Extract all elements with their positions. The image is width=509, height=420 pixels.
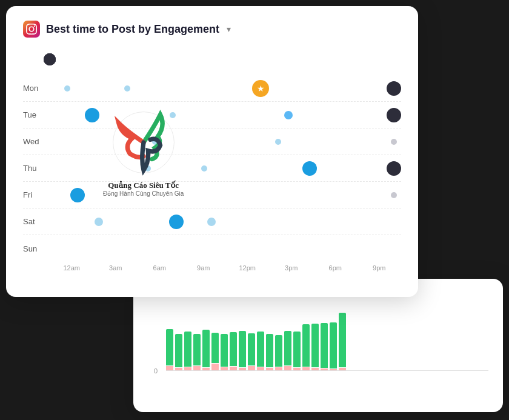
dot	[275, 139, 281, 145]
bar-group	[311, 324, 319, 371]
bar-group	[221, 334, 228, 371]
day-label-mon: Mon	[23, 84, 50, 93]
bar-green	[193, 334, 201, 365]
bar-green	[202, 330, 210, 367]
day-label-sun: Sun	[23, 244, 50, 253]
day-row-thu: Thu	[23, 155, 401, 182]
dot	[201, 165, 207, 172]
chart-area: Mon ★ Tue Wed	[23, 48, 401, 272]
day-row-mon: Mon ★	[23, 75, 401, 102]
bar-green	[239, 331, 246, 367]
bar-green	[311, 324, 319, 367]
dot	[391, 139, 397, 145]
bar-group	[275, 335, 282, 371]
dot	[124, 85, 130, 92]
card-header: Best time to Post by Engagement ▾	[23, 21, 401, 38]
bar-green	[293, 332, 301, 367]
dot	[391, 192, 397, 198]
day-row-wed: Wed	[23, 128, 401, 155]
dots-row-sun	[50, 235, 401, 262]
x-axis: 12am 3am 6am 9am 12pm 3pm 6pm 9pm	[23, 264, 401, 272]
dot	[152, 139, 158, 145]
dot	[70, 188, 85, 202]
dot	[85, 108, 99, 122]
bar-green	[211, 333, 219, 363]
bar-group	[302, 324, 310, 371]
dot	[387, 81, 401, 96]
x-label-3pm: 3pm	[270, 264, 314, 272]
top-circle	[44, 53, 56, 65]
bar-green	[339, 313, 346, 367]
day-row-tue: Tue	[23, 102, 401, 128]
day-row-fri: Fri	[23, 182, 401, 208]
dot	[170, 112, 176, 118]
dots-row-fri	[50, 182, 401, 208]
bar-green	[302, 324, 310, 367]
instagram-icon	[23, 21, 40, 38]
bar-green	[166, 329, 173, 365]
bar-group	[239, 331, 246, 371]
bar-group	[257, 332, 264, 371]
best-time-dot: ★	[252, 80, 269, 97]
dots-row-mon: ★	[50, 75, 401, 101]
bar-green	[221, 334, 228, 367]
x-label-6am: 6am	[138, 264, 182, 272]
dots-row-thu	[50, 155, 401, 181]
bar-group	[230, 332, 237, 371]
x-label-9am: 9am	[182, 264, 226, 272]
x-label-3am: 3am	[94, 264, 138, 272]
bar-group	[211, 333, 219, 371]
bar-green	[230, 332, 237, 366]
chevron-down-icon[interactable]: ▾	[227, 24, 231, 34]
top-circles-row	[23, 48, 401, 70]
zero-line	[166, 370, 488, 371]
main-card: Best time to Post by Engagement ▾	[6, 6, 418, 297]
bar-green	[321, 323, 328, 368]
day-row-sat: Sat	[23, 208, 401, 235]
day-label-fri: Fri	[23, 190, 50, 199]
day-label-tue: Tue	[23, 110, 50, 119]
dot	[284, 111, 293, 119]
bar-chart: 0	[148, 304, 488, 389]
day-label-wed: Wed	[23, 137, 50, 146]
bar-green	[266, 334, 273, 367]
bar-green	[248, 333, 255, 365]
page-title: Best time to Post by Engagement	[46, 23, 219, 36]
bar-group	[193, 334, 201, 371]
bottom-card: Best time to post Posting habits 0	[133, 279, 503, 412]
day-label-sat: Sat	[23, 217, 50, 226]
bar-green	[257, 332, 264, 367]
bar-green	[275, 335, 282, 367]
dots-row-sat	[50, 208, 401, 235]
bar-group	[248, 333, 255, 371]
bar-group	[321, 323, 328, 371]
dot	[95, 218, 103, 226]
bar-green	[284, 331, 291, 365]
x-label-12pm: 12pm	[225, 264, 270, 272]
bar-group	[166, 329, 173, 371]
bar-group	[284, 331, 291, 371]
x-label-12am: 12am	[50, 264, 94, 272]
dot	[64, 85, 70, 92]
dots-row-wed	[50, 128, 401, 155]
dots-row-tue	[50, 102, 401, 128]
x-label-9pm: 9pm	[358, 264, 402, 272]
x-label-6pm: 6pm	[313, 264, 358, 272]
zero-label: 0	[154, 367, 158, 375]
bar-group	[266, 334, 273, 371]
dot	[387, 161, 401, 176]
bar-group	[184, 332, 191, 371]
dot	[145, 165, 151, 172]
dot	[169, 215, 184, 229]
bar-green	[175, 334, 182, 367]
dot	[387, 108, 401, 122]
day-row-sun: Sun	[23, 235, 401, 262]
bar-group	[339, 313, 346, 371]
bar-green	[184, 332, 191, 367]
dot	[207, 218, 216, 226]
bar-group	[202, 330, 210, 371]
bar-group	[293, 332, 301, 371]
bar-group	[175, 334, 182, 371]
bar-group	[330, 322, 337, 371]
dot	[302, 161, 317, 176]
